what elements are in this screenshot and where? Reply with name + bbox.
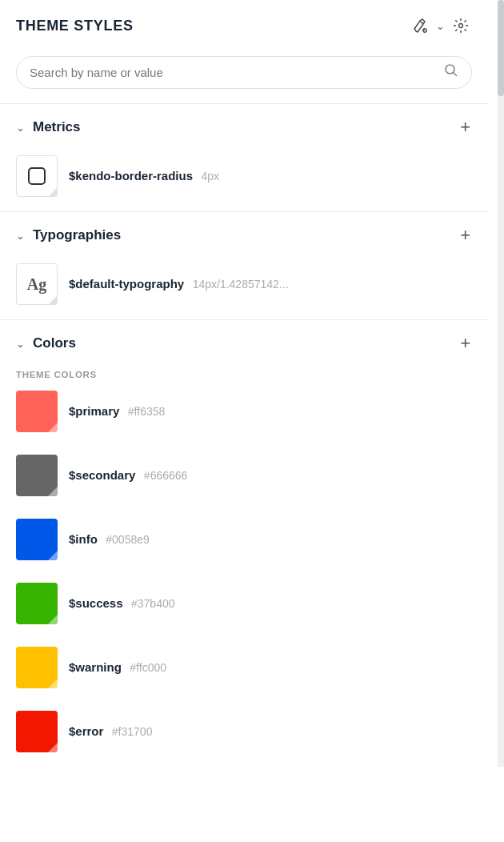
primary-color-swatch: [16, 391, 58, 432]
colors-chevron-icon: ⌄: [16, 338, 25, 350]
typographies-chevron-icon: ⌄: [16, 230, 25, 242]
search-box: [16, 56, 472, 89]
metrics-add-button[interactable]: +: [458, 118, 472, 136]
secondary-color-name: $secondary: [69, 468, 135, 482]
error-color-swatch: [16, 711, 58, 752]
colors-section-title: Colors: [33, 335, 76, 351]
scrollbar-track: [498, 0, 504, 767]
paint-bucket-button[interactable]: [409, 14, 431, 37]
error-label-group: $error #f31700: [69, 724, 152, 739]
metrics-chevron-icon: ⌄: [16, 122, 25, 134]
primary-color-value: #ff6358: [128, 405, 165, 418]
metrics-section-header-left: ⌄ Metrics: [16, 119, 81, 135]
secondary-color-item: $secondary #666666: [0, 447, 488, 511]
panel-header: THEME STYLES ⌄: [0, 0, 488, 48]
primary-color-name: $primary: [69, 404, 119, 418]
warning-label-group: $warning #ffc000: [69, 660, 166, 675]
colors-section-header[interactable]: ⌄ Colors +: [0, 320, 488, 363]
typographies-section-title: Typographies: [33, 227, 121, 243]
error-color-item: $error #f31700: [0, 703, 488, 767]
search-icon: [444, 63, 458, 82]
typography-name: $default-typography: [69, 277, 184, 291]
border-radius-name: $kendo-border-radius: [69, 169, 193, 182]
success-label-group: $success #37b400: [69, 596, 175, 611]
typographies-section-header-left: ⌄ Typographies: [16, 227, 121, 243]
info-color-value: #0058e9: [106, 533, 150, 546]
border-radius-item: $kendo-border-radius 4px: [0, 147, 488, 211]
info-color-item: $info #0058e9: [0, 511, 488, 575]
typography-ag-icon: Ag: [27, 275, 46, 294]
warning-color-swatch: [16, 647, 58, 688]
border-radius-icon-box: [16, 155, 58, 197]
success-color-swatch: [16, 583, 58, 624]
border-radius-label-group: $kendo-border-radius 4px: [69, 169, 219, 183]
theme-colors-label: THEME COLORS: [0, 363, 488, 383]
typographies-section-header[interactable]: ⌄ Typographies +: [0, 212, 488, 255]
success-color-name: $success: [69, 596, 123, 610]
border-radius-value: 4px: [201, 170, 219, 182]
svg-point-1: [459, 24, 463, 28]
colors-section: ⌄ Colors + THEME COLORS $primary #ff6358: [0, 319, 488, 767]
info-color-name: $info: [69, 532, 98, 546]
warning-color-item: $warning #ffc000: [0, 639, 488, 703]
default-typography-item: Ag $default-typography 14px/1.42857142..…: [0, 255, 488, 319]
panel-title: THEME STYLES: [16, 18, 134, 34]
chevron-down-icon: ⌄: [436, 20, 445, 32]
settings-icon: [453, 18, 469, 34]
success-color-item: $success #37b400: [0, 575, 488, 639]
typographies-section: ⌄ Typographies + Ag $default-typography …: [0, 211, 488, 319]
colors-section-header-left: ⌄ Colors: [16, 335, 76, 351]
typography-value: 14px/1.42857142...: [193, 278, 289, 291]
metrics-section-title: Metrics: [33, 119, 81, 135]
secondary-label-group: $secondary #666666: [69, 468, 187, 483]
search-input[interactable]: [30, 66, 444, 79]
success-color-value: #37b400: [131, 597, 175, 610]
scrollbar-thumb[interactable]: [498, 0, 504, 96]
search-container: [0, 48, 488, 103]
secondary-color-swatch: [16, 455, 58, 496]
metrics-section-header[interactable]: ⌄ Metrics +: [0, 104, 488, 147]
warning-color-name: $warning: [69, 660, 122, 674]
typographies-add-button[interactable]: +: [458, 227, 472, 244]
header-actions: ⌄: [409, 14, 472, 37]
primary-color-item: $primary #ff6358: [0, 383, 488, 447]
colors-add-button[interactable]: +: [458, 335, 472, 352]
typography-icon-box: Ag: [16, 263, 58, 305]
info-label-group: $info #0058e9: [69, 532, 150, 547]
paint-icon: [412, 18, 428, 34]
error-color-name: $error: [69, 724, 103, 738]
radius-icon: [28, 167, 46, 185]
error-color-value: #f31700: [112, 725, 153, 738]
warning-color-value: #ffc000: [130, 661, 166, 674]
typography-label-group: $default-typography 14px/1.42857142...: [69, 277, 289, 291]
secondary-color-value: #666666: [144, 469, 188, 482]
info-color-swatch: [16, 519, 58, 560]
primary-label-group: $primary #ff6358: [69, 404, 165, 419]
settings-button[interactable]: [450, 14, 472, 37]
metrics-section: ⌄ Metrics + $kendo-border-radius 4px: [0, 103, 488, 211]
